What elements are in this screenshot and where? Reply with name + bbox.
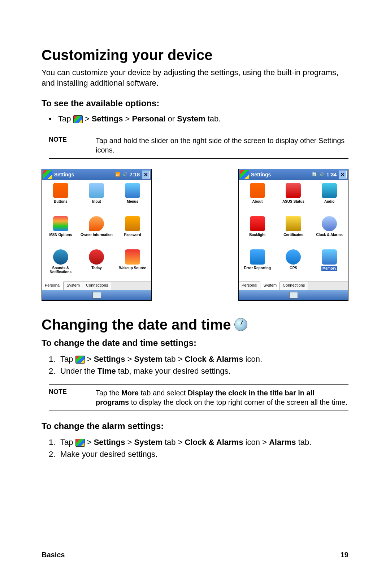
note-2: NOTE Tap the More tab and select Display… [49,384,348,411]
wm-tabs: Personal System Connections [42,282,151,290]
settings-item: Certificates [276,216,311,248]
tab-personal: Personal [42,282,64,290]
step-dt-1: Tap > Settings > System tab > Clock & Al… [49,353,348,365]
tab-connections: Connections [280,282,308,290]
close-icon: ✕ [339,171,347,179]
note-text: Tap the More tab and select Display the … [96,388,348,407]
subhead-options: To see the available options: [42,98,348,108]
step-dt-2: Under the Time tab, make your desired se… [49,365,348,377]
step-al-1: Tap > Settings > System tab > Clock & Al… [49,436,348,448]
subhead-alarm: To change the alarm settings: [42,421,348,431]
settings-item: Owner Information [79,216,114,248]
intro-text: You can customize your device by adjusti… [42,68,348,88]
wm-tabs: Personal System Connections [239,282,348,290]
note-label: NOTE [49,136,96,155]
settings-item: About [240,183,275,215]
tab-system: System [64,282,83,290]
tab-connections: Connections [83,282,111,290]
settings-item: Buttons [43,183,78,215]
settings-item: GPS [276,249,311,281]
settings-item: Input [79,183,114,215]
wm-titlebar: Settings 🔄 🔊 1:34 ✕ [239,169,348,180]
settings-item: Today [79,249,114,281]
close-icon: ✕ [142,171,150,179]
page-title: Customizing your device [42,47,348,63]
page-footer: Basics 19 [42,547,348,559]
settings-item-selected: Memory [312,249,347,281]
bullet-options: Tap > Settings > Personal or System tab. [49,113,348,125]
settings-item: Sounds & Notifications [43,249,78,281]
settings-item: Menus [115,183,150,215]
start-icon [75,356,85,364]
step-al-2: Make your desired settings. [49,448,348,460]
note-1: NOTE Tap and hold the slider on the righ… [49,132,348,159]
footer-section: Basics [42,551,65,559]
settings-item: ASUS Status [276,183,311,215]
tab-system: System [260,282,280,290]
settings-item: Wakeup Source [115,249,150,281]
wm-time: 1:34 [326,172,337,177]
start-icon [43,170,52,179]
start-icon [75,439,85,447]
screenshot-system: Settings 🔄 🔊 1:34 ✕ About ASUS Status Au… [238,169,348,301]
wm-bottombar [239,290,348,300]
wm-titlebar: Settings 📶 🔊 7:18 ✕ [42,169,151,180]
wm-title-text: Settings [251,172,271,177]
settings-item: Password [115,216,150,248]
wm-time: 7:18 [130,172,140,177]
tab-personal: Personal [239,282,260,290]
settings-item: MSN Options [43,216,78,248]
settings-item: Clock & Alarms [312,216,347,248]
note-text: Tap and hold the slider on the right sid… [96,136,348,155]
settings-item: Audio [312,183,347,215]
start-icon [240,170,249,179]
clock-icon [234,318,247,331]
settings-item: Backlight [240,216,275,248]
screenshot-personal: Settings 📶 🔊 7:18 ✕ Buttons Input Menus … [42,169,152,301]
wm-bottombar [42,290,151,300]
footer-page-number: 19 [341,551,348,559]
note-label: NOTE [49,388,96,407]
start-icon [73,115,83,123]
keyboard-icon [92,292,101,299]
settings-item: Error Reporting [240,249,275,281]
subhead-date-time: To change the date and time settings: [42,338,348,348]
heading-date-time: Changing the date and time [42,317,348,333]
keyboard-icon [289,292,298,299]
wm-title-text: Settings [54,172,74,177]
